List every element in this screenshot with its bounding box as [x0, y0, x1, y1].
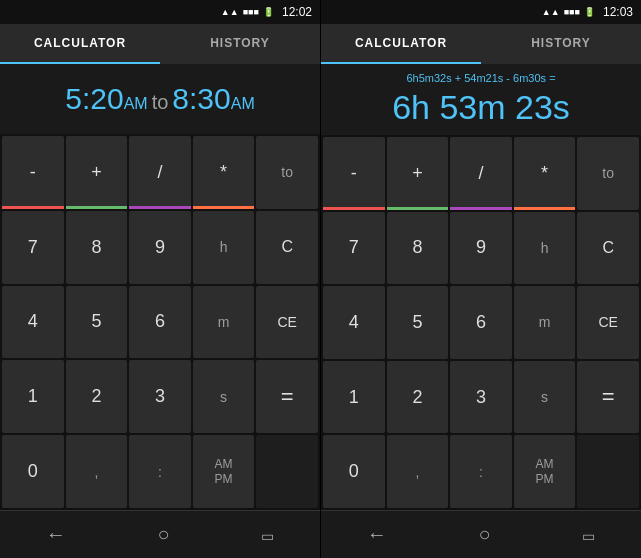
key-comma-1[interactable]: , [66, 435, 128, 508]
tabs-2: CALCULATOR HISTORY [321, 24, 641, 64]
display-1: 5:20 AM to 8:30 AM [0, 64, 320, 134]
key-eq-1[interactable]: = [256, 360, 318, 433]
key-ce-1[interactable]: CE [256, 286, 318, 359]
key-8-2[interactable]: 8 [387, 212, 449, 285]
key-1-1[interactable]: 1 [2, 360, 64, 433]
key-plus-2[interactable]: + [387, 137, 449, 210]
nav-bar-1 [0, 510, 320, 558]
ampm1-value: AM [124, 95, 148, 113]
status-bar-1: ▲▲ ■■■ 🔋 12:02 [0, 0, 320, 24]
key-5-2[interactable]: 5 [387, 286, 449, 359]
status-bar-2: ▲▲ ■■■ 🔋 12:03 [321, 0, 641, 24]
recent-button-1[interactable] [241, 515, 294, 554]
key-m-2[interactable]: m [514, 286, 576, 359]
key-mul-1[interactable]: * [193, 136, 255, 209]
status-time-2: 12:03 [603, 5, 633, 19]
key-c-2[interactable]: C [577, 212, 639, 285]
key-h-1[interactable]: h [193, 211, 255, 284]
key-2-1[interactable]: 2 [66, 360, 128, 433]
key-to-1[interactable]: to [256, 136, 318, 209]
display-main-2: 6h 53m 23s [333, 88, 629, 127]
display-expression-2: 6h5m32s + 54m21s - 6m30s = [333, 72, 629, 84]
key-empty-1 [256, 435, 318, 508]
time2-value: 8:30 [172, 82, 230, 116]
key-s-2[interactable]: s [514, 361, 576, 434]
key-7-2[interactable]: 7 [323, 212, 385, 285]
key-9-1[interactable]: 9 [129, 211, 191, 284]
key-0-1[interactable]: 0 [2, 435, 64, 508]
key-5-1[interactable]: 5 [66, 286, 128, 359]
key-comma-2[interactable]: , [387, 435, 449, 508]
key-4-2[interactable]: 4 [323, 286, 385, 359]
tab-calculator-2[interactable]: CALCULATOR [321, 24, 481, 64]
key-1-2[interactable]: 1 [323, 361, 385, 434]
key-s-1[interactable]: s [193, 360, 255, 433]
display-2: 6h5m32s + 54m21s - 6m30s = 6h 53m 23s [321, 64, 641, 135]
key-2-2[interactable]: 2 [387, 361, 449, 434]
signal-icons-2: ▲▲ ■■■ 🔋 [542, 7, 595, 17]
key-7-1[interactable]: 7 [2, 211, 64, 284]
phone-2: ▲▲ ■■■ 🔋 12:03 CALCULATOR HISTORY 6h5m32… [321, 0, 641, 558]
tabs-1: CALCULATOR HISTORY [0, 24, 320, 64]
key-div-1[interactable]: / [129, 136, 191, 209]
keypad-1: - + / * to 7 8 9 h C 4 5 6 m CE 1 2 3 s … [0, 134, 320, 510]
key-mul-2[interactable]: * [514, 137, 576, 210]
tab-calculator-1[interactable]: CALCULATOR [0, 24, 160, 64]
key-3-1[interactable]: 3 [129, 360, 191, 433]
key-ce-2[interactable]: CE [577, 286, 639, 359]
display-main-1: 5:20 AM to 8:30 AM [65, 82, 254, 116]
back-button-1[interactable] [26, 515, 86, 554]
key-6-2[interactable]: 6 [450, 286, 512, 359]
tab-history-1[interactable]: HISTORY [160, 24, 320, 64]
key-8-1[interactable]: 8 [66, 211, 128, 284]
key-h-2[interactable]: h [514, 212, 576, 285]
key-m-1[interactable]: m [193, 286, 255, 359]
key-0-2[interactable]: 0 [323, 435, 385, 508]
signal-icons-1: ▲▲ ■■■ 🔋 [221, 7, 274, 17]
ampm2-value: AM [231, 95, 255, 113]
key-empty-2 [577, 435, 639, 508]
key-9-2[interactable]: 9 [450, 212, 512, 285]
key-eq-2[interactable]: = [577, 361, 639, 434]
keypad-2: - + / * to 7 8 9 h C 4 5 6 m CE 1 2 3 s … [321, 135, 641, 510]
key-to-2[interactable]: to [577, 137, 639, 210]
key-4-1[interactable]: 4 [2, 286, 64, 359]
nav-bar-2 [321, 510, 641, 558]
key-minus-1[interactable]: - [2, 136, 64, 209]
key-div-2[interactable]: / [450, 137, 512, 210]
recent-button-2[interactable] [562, 515, 615, 554]
key-6-1[interactable]: 6 [129, 286, 191, 359]
key-plus-1[interactable]: + [66, 136, 128, 209]
phone-1: ▲▲ ■■■ 🔋 12:02 CALCULATOR HISTORY 5:20 A… [0, 0, 320, 558]
key-colon-2[interactable]: : [450, 435, 512, 508]
key-c-1[interactable]: C [256, 211, 318, 284]
key-ampm-1[interactable]: AMPM [193, 435, 255, 508]
key-minus-2[interactable]: - [323, 137, 385, 210]
tab-history-2[interactable]: HISTORY [481, 24, 641, 64]
key-3-2[interactable]: 3 [450, 361, 512, 434]
key-colon-1[interactable]: : [129, 435, 191, 508]
back-button-2[interactable] [347, 515, 407, 554]
home-button-2[interactable] [458, 515, 510, 554]
key-ampm-2[interactable]: AMPM [514, 435, 576, 508]
status-time-1: 12:02 [282, 5, 312, 19]
to-label-1: to [152, 91, 169, 114]
time1-value: 5:20 [65, 82, 123, 116]
home-button-1[interactable] [137, 515, 189, 554]
